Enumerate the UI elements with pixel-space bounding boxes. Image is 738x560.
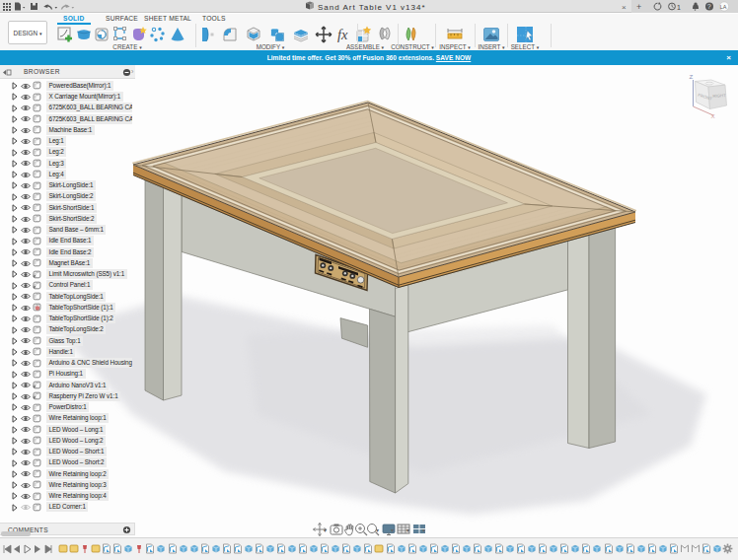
svg-text:Sand Art Table V1 v134*: Sand Art Table V1 v134* (318, 3, 426, 12)
svg-text:1: 1 (677, 4, 681, 11)
svg-text:+: + (636, 2, 641, 12)
svg-text:×: × (622, 3, 627, 12)
svg-text:?: ? (707, 3, 711, 10)
svg-text:RIGHT: RIGHT (712, 93, 726, 99)
svg-text:X: X (711, 112, 715, 119)
svg-text:LA: LA (720, 4, 727, 10)
svg-text:Z: Z (690, 73, 694, 80)
svg-text:fx: fx (337, 27, 348, 42)
